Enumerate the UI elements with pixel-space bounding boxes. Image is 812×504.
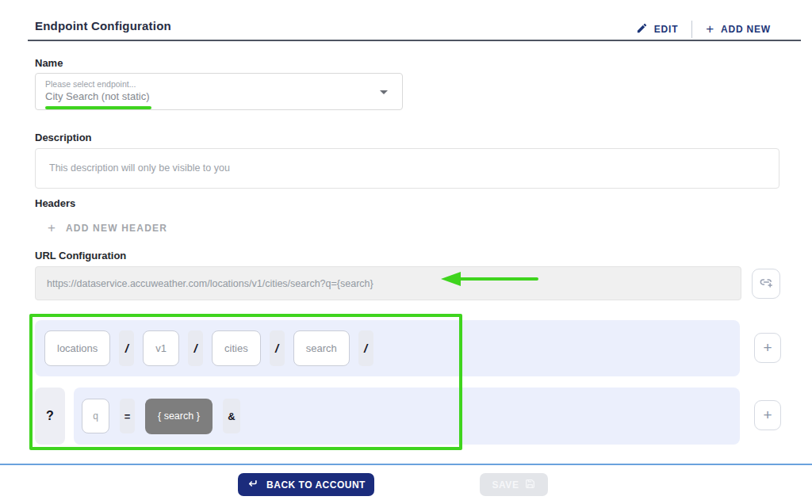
edit-button-label: EDIT (654, 24, 679, 35)
path-segment-field[interactable]: v1 (143, 330, 179, 366)
headers-label: Headers (35, 197, 75, 209)
add-new-header-button[interactable]: + ADD NEW HEADER (48, 220, 167, 236)
add-link-icon (758, 274, 774, 293)
ampersand-separator: & (223, 399, 240, 433)
url-configuration-label: URL Configuration (35, 250, 126, 262)
green-underline-annotation (45, 106, 151, 109)
slash-separator: / (358, 330, 373, 366)
plus-icon: + (48, 220, 56, 236)
endpoint-configuration-page: Endpoint Configuration EDIT + ADD NEW Na… (0, 0, 812, 504)
slash-separator: / (119, 330, 134, 366)
path-segments-row: locations/v1/cities/search/ (35, 320, 740, 376)
path-segment-field[interactable]: locations (44, 330, 110, 366)
return-arrow-icon (247, 478, 259, 492)
footer-divider (0, 464, 812, 465)
plus-icon: + (706, 22, 714, 36)
equals-separator: = (120, 399, 135, 433)
query-value-chip[interactable]: { search } (145, 399, 213, 434)
add-link-button[interactable] (752, 269, 780, 299)
add-new-button-label: ADD NEW (721, 24, 771, 35)
url-value: https://dataservice.accuweather.com/loca… (47, 278, 373, 289)
description-label: Description (35, 132, 92, 143)
endpoint-select-value: City Search (not static) (45, 90, 150, 102)
back-to-account-button[interactable]: BACK TO ACCOUNT (238, 473, 374, 496)
header-underline (28, 40, 801, 41)
add-new-header-label: ADD NEW HEADER (66, 223, 167, 234)
save-button[interactable]: SAVE (480, 473, 548, 496)
description-placeholder: This description will only be visible to… (49, 162, 230, 174)
query-prefix-chip: ? (35, 388, 65, 445)
slash-separator: / (188, 330, 203, 366)
path-segment-field[interactable]: cities (212, 330, 261, 366)
header-actions: EDIT + ADD NEW (636, 21, 771, 38)
endpoint-select[interactable]: Please select endpoint... City Search (n… (35, 73, 403, 110)
add-query-param-button[interactable]: + (754, 400, 781, 430)
endpoint-select-placeholder: Please select endpoint... (45, 79, 136, 89)
header-actions-divider (691, 21, 692, 38)
chevron-down-icon (380, 90, 388, 94)
back-to-account-label: BACK TO ACCOUNT (266, 479, 366, 491)
slash-separator: / (270, 330, 285, 366)
query-key-field[interactable]: q (82, 399, 109, 433)
page-title: Endpoint Configuration (35, 19, 171, 32)
url-input: https://dataservice.accuweather.com/loca… (35, 266, 741, 300)
add-path-segment-button[interactable]: + (754, 333, 781, 363)
edit-button[interactable]: EDIT (636, 22, 679, 36)
add-new-button[interactable]: + ADD NEW (706, 24, 771, 36)
query-params-row: q = { search } & (74, 388, 740, 445)
floppy-disk-icon (525, 479, 535, 491)
path-segment-field[interactable]: search (293, 330, 350, 366)
description-textarea[interactable]: This description will only be visible to… (35, 148, 779, 189)
name-label: Name (35, 57, 63, 69)
pencil-icon (636, 22, 648, 36)
save-button-label: SAVE (492, 479, 519, 491)
